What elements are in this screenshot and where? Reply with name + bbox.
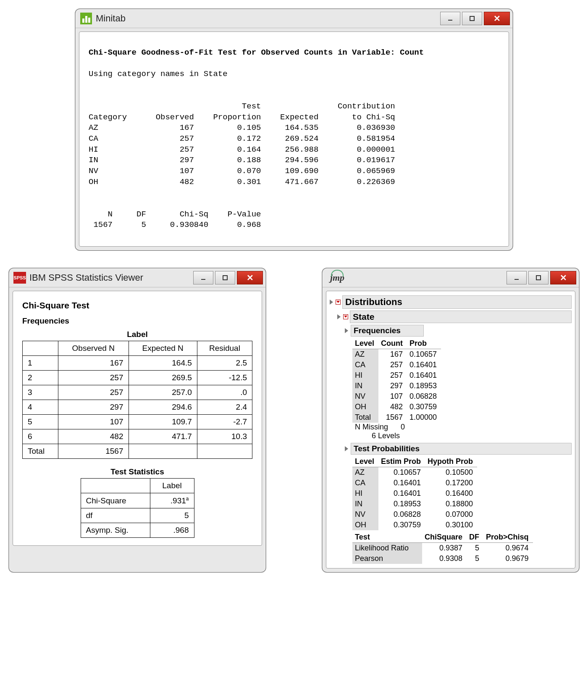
col-df: DF	[467, 532, 483, 543]
svg-rect-5	[536, 276, 541, 280]
minitab-titlebar[interactable]: Minitab ✕	[76, 9, 512, 28]
table-row: HI2570.16401	[352, 370, 441, 381]
jmp-content: Distributions State Frequencies Level Co…	[326, 291, 575, 568]
minitab-output-text: Chi-Square Goodness-of-Fit Test for Obse…	[89, 47, 499, 231]
table-row-total: Total1567	[23, 444, 252, 458]
table-row: 5107109.7-2.7	[23, 414, 252, 429]
jmp-disclosure-frequencies[interactable]: Frequencies	[345, 325, 572, 337]
close-button[interactable]: ✕	[550, 271, 576, 284]
stats-col-label: Label	[150, 478, 194, 493]
table-row: HI0.164010.16400	[352, 488, 477, 499]
minitab-app-icon	[80, 12, 92, 25]
table-row: OH0.307590.30100	[352, 520, 477, 530]
col-chisq: ChiSquare	[422, 532, 467, 543]
table-row-total: Total15671.00000	[352, 412, 441, 423]
maximize-button[interactable]	[462, 12, 482, 25]
minimize-button[interactable]	[507, 271, 527, 284]
table-row: IN2970.18953	[352, 381, 441, 391]
disclosure-triangle-icon	[345, 328, 348, 333]
table-row: 4297294.62.4	[23, 400, 252, 414]
spss-test-statistics-table: Label Chi-Square.931a df5 Asymp. Sig..96…	[81, 478, 194, 538]
table-row: NV0.068280.07000	[352, 509, 477, 520]
spss-stats-caption: Test Statistics	[22, 467, 252, 476]
spss-subheading: Frequencies	[22, 316, 252, 326]
svg-rect-1	[470, 16, 474, 21]
table-row: 1167164.52.5	[23, 355, 252, 370]
jmp-disclosure-state[interactable]: State	[337, 311, 572, 323]
table-row: Asymp. Sig..968	[81, 523, 194, 538]
jmp-app-icon: jmp	[327, 271, 348, 284]
minimize-button[interactable]	[193, 271, 213, 284]
maximize-button[interactable]	[215, 271, 235, 284]
col-expected: Expected N	[129, 341, 197, 355]
table-row: df5	[81, 508, 194, 523]
col-count: Count	[378, 338, 407, 349]
col-test: Test	[352, 532, 422, 543]
svg-rect-0	[448, 20, 452, 21]
table-row: NV1070.06828	[352, 391, 441, 402]
nmissing-label: N Missing	[355, 423, 388, 432]
close-button[interactable]: ✕	[237, 271, 263, 284]
disclosure-triangle-icon	[330, 300, 333, 305]
jmp-frequencies-table: Level Count Prob AZ1670.10657CA2570.1640…	[352, 338, 441, 423]
col-probchisq: Prob>Chisq	[483, 532, 533, 543]
spss-freq-caption: Label	[22, 330, 252, 339]
table-row: Likelihood Ratio0.938750.9674	[352, 542, 533, 553]
spss-content: Chi-Square Test Frequencies Label Observ…	[13, 291, 262, 546]
minimize-button[interactable]	[440, 12, 460, 25]
jmp-test-results-table: Test ChiSquare DF Prob>Chisq Likelihood …	[352, 532, 533, 564]
table-row: IN0.189530.18800	[352, 499, 477, 509]
table-row: 3257257.0.0	[23, 385, 252, 400]
section-label: Distributions	[342, 295, 572, 309]
col-prob: Prob	[407, 338, 441, 349]
jmp-testprob-table: Level Estim Prob Hypoth Prob AZ0.106570.…	[352, 456, 477, 530]
disclosure-triangle-icon	[337, 314, 341, 319]
hotspot-icon[interactable]	[343, 314, 348, 319]
section-label: State	[350, 311, 572, 323]
minitab-window: Minitab ✕ Chi-Square Goodness-of-Fit Tes…	[75, 8, 513, 251]
col-level: Level	[352, 456, 378, 467]
close-button[interactable]: ✕	[484, 12, 510, 25]
jmp-titlebar[interactable]: jmp ✕	[323, 268, 579, 287]
svg-rect-3	[223, 276, 227, 280]
table-row: Pearson0.930850.9679	[352, 553, 533, 564]
svg-rect-2	[201, 279, 205, 280]
nmissing-value: 0	[401, 423, 405, 432]
minitab-title: Minitab	[96, 13, 440, 24]
table-row: 2257269.5-12.5	[23, 370, 252, 385]
section-label: Test Probabilities	[351, 443, 572, 455]
maximize-button[interactable]	[528, 271, 549, 284]
table-row: AZ1670.10657	[352, 349, 441, 360]
col-estim: Estim Prob	[378, 456, 425, 467]
spss-heading: Chi-Square Test	[22, 300, 252, 311]
table-row: CA2570.16401	[352, 360, 441, 370]
col-residual: Residual	[197, 341, 252, 355]
spss-app-icon: SPSS	[13, 271, 26, 284]
hotspot-icon[interactable]	[336, 300, 341, 305]
table-row: OH4820.30759	[352, 402, 441, 412]
table-row: CA0.164010.17200	[352, 478, 477, 488]
jmp-window: jmp ✕ Distributions State Frequencies	[322, 268, 580, 573]
jmp-disclosure-distributions[interactable]: Distributions	[330, 295, 572, 309]
minitab-content: Chi-Square Goodness-of-Fit Test for Obse…	[79, 32, 509, 247]
spss-title: IBM SPSS Statistics Viewer	[29, 272, 193, 283]
spss-frequencies-table: Observed N Expected N Residual 1167164.5…	[22, 341, 252, 459]
svg-rect-4	[514, 279, 519, 280]
section-label: Frequencies	[351, 325, 424, 337]
table-row: 6482471.710.3	[23, 429, 252, 444]
disclosure-triangle-icon	[345, 446, 348, 451]
table-row: Chi-Square.931a	[81, 493, 194, 508]
spss-window: SPSS IBM SPSS Statistics Viewer ✕ Chi-Sq…	[8, 268, 266, 573]
table-row: AZ0.106570.10500	[352, 467, 477, 478]
levels-text: 6 Levels	[372, 432, 572, 440]
spss-titlebar[interactable]: SPSS IBM SPSS Statistics Viewer ✕	[9, 268, 265, 287]
col-level: Level	[352, 338, 378, 349]
col-observed: Observed N	[58, 341, 129, 355]
col-hypoth: Hypoth Prob	[425, 456, 477, 467]
jmp-disclosure-testprob[interactable]: Test Probabilities	[345, 443, 572, 455]
